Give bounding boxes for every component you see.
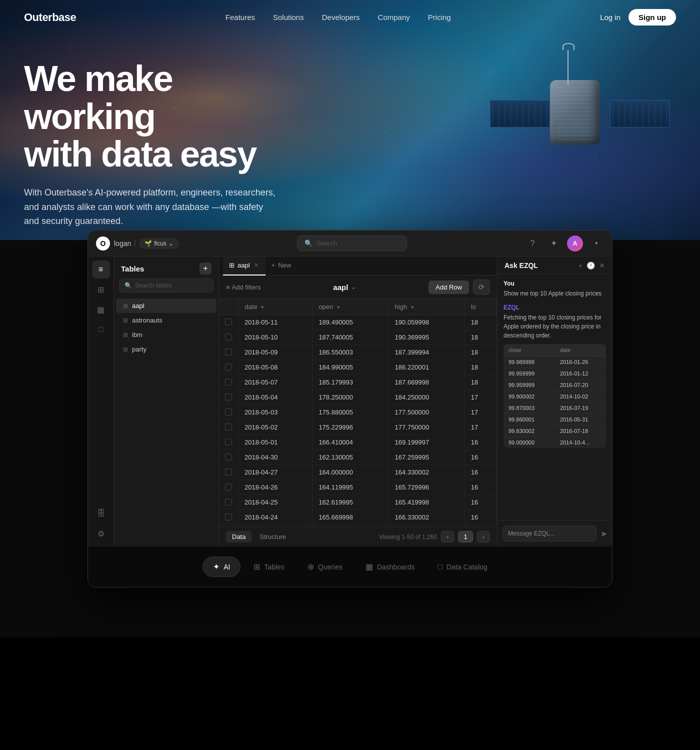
satellite-dish [562, 43, 574, 50]
table-cell: 18 [464, 330, 496, 345]
table-row: 2018-05-09186.550003187.39999418 [219, 345, 497, 360]
tables-title: Tables [121, 264, 144, 273]
row-checkbox[interactable] [225, 348, 232, 356]
table-row: 2018-04-24165.669998166.33000216 [219, 510, 497, 525]
nav-pricing[interactable]: Pricing [428, 13, 451, 22]
bottom-nav-ai[interactable]: ✦ AI [202, 556, 240, 577]
table-item-name: ibm [132, 331, 142, 338]
tab-close-aapl[interactable]: ✕ [253, 261, 260, 270]
queries-icon: ⊕ [308, 562, 314, 572]
tab-new[interactable]: + New [266, 256, 298, 276]
tab-new-icon: + [272, 262, 276, 269]
table-item-ibm[interactable]: ⊞ ibm [116, 328, 216, 342]
col-header-high[interactable]: high ▾ [388, 299, 464, 315]
sidebar-doc-icon[interactable]: □ [92, 320, 110, 338]
col-header-date[interactable]: date ▾ [238, 299, 312, 315]
ezql-close-button[interactable]: ✕ [599, 262, 605, 270]
table-row: 2018-05-11189.490005190.05999818 [219, 315, 497, 330]
table-cell: 16 [464, 510, 496, 525]
sidebar-grid-icon[interactable]: ⊞ [92, 280, 110, 298]
app-body: ≡ ⊞ ▦ □ 🗄 ⚙ Tables + 🔍 Search tables [88, 256, 612, 546]
sidebar-tables-icon[interactable]: ≡ [92, 260, 110, 278]
row-checkbox[interactable] [225, 424, 232, 430]
table-cell: 187.669998 [388, 375, 464, 390]
row-checkbox-cell [219, 480, 238, 494]
nav-developers[interactable]: Developers [322, 13, 360, 22]
row-checkbox[interactable] [225, 408, 232, 416]
tab-aapl[interactable]: ⊞ aapl ✕ [223, 256, 266, 276]
tab-structure[interactable]: Structure [254, 531, 292, 542]
page-next-button[interactable]: › [477, 531, 490, 542]
ai-sparkle-button[interactable]: ✦ [546, 236, 561, 251]
app-search-bar[interactable]: 🔍 Search [297, 236, 407, 251]
table-cell: 175.880005 [312, 405, 388, 420]
page-prev-button[interactable]: ‹ [441, 531, 454, 542]
ezql-history-button[interactable]: 🕐 [586, 262, 595, 270]
bottom-nav-tables[interactable]: ⊞ Tables [244, 557, 294, 576]
table-cell: 16 [464, 450, 496, 465]
sidebar-settings-icon[interactable]: ⚙ [92, 524, 110, 542]
nav-solutions[interactable]: Solutions [273, 13, 304, 22]
ezql-cell: 2016-05-31 [555, 414, 606, 425]
footer-pagination: Viewing 1-50 of 1,260 ‹ 1 › [379, 531, 490, 542]
tab-data[interactable]: Data [226, 531, 252, 542]
table-cell: 165.419998 [388, 495, 464, 510]
add-row-button[interactable]: Add Row [428, 280, 469, 294]
row-checkbox[interactable] [225, 484, 232, 490]
signup-button[interactable]: Sign up [628, 9, 676, 26]
tables-add-button[interactable]: + [200, 262, 212, 274]
table-item-aapl[interactable]: ⊞ aapl [116, 298, 216, 313]
toolbar-left: ≡ Add filters [226, 284, 260, 291]
row-checkbox[interactable] [225, 334, 232, 340]
col-header-open[interactable]: open ▾ [312, 299, 388, 315]
add-filters-button[interactable]: ≡ Add filters [226, 284, 260, 291]
tables-search-bar[interactable]: 🔍 Search tables [119, 278, 214, 292]
nav-company[interactable]: Company [378, 13, 410, 22]
ezql-result-row: 99.0000002014-10-4... [504, 437, 606, 448]
table-header-row: date ▾ open ▾ high ▾ [219, 299, 497, 315]
help-button[interactable]: ? [525, 236, 540, 251]
catalog-icon: □ [438, 562, 442, 572]
tables-panel: Tables + 🔍 Search tables ⊞ aapl ⊞ astron… [114, 256, 219, 546]
table-item-party[interactable]: ⊞ party [116, 342, 216, 356]
data-table-footer: Data Structure Viewing 1-50 of 1,260 ‹ 1… [219, 526, 497, 546]
user-label: You [504, 280, 606, 287]
table-item-astronauts[interactable]: ⊞ astronauts [116, 313, 216, 328]
row-checkbox[interactable] [225, 394, 232, 400]
sort-icon: ▾ [337, 304, 340, 310]
row-checkbox[interactable] [225, 498, 232, 506]
ezql-add-button[interactable]: + [578, 262, 582, 270]
row-checkbox-cell [219, 345, 238, 360]
row-checkbox-cell [219, 330, 238, 344]
ezql-input-placeholder[interactable]: Message EZQL... [502, 526, 596, 542]
row-checkbox[interactable] [225, 378, 232, 386]
login-button[interactable]: Log in [600, 13, 620, 22]
refresh-button[interactable]: ⟳ [473, 280, 490, 294]
footer-tabs: Data Structure [226, 531, 292, 542]
row-checkbox[interactable] [225, 318, 232, 326]
nav-features[interactable]: Features [226, 13, 255, 22]
row-checkbox[interactable] [225, 514, 232, 520]
bottom-nav-queries[interactable]: ⊕ Queries [298, 557, 352, 576]
table-cell: 18 [464, 315, 496, 330]
bottom-nav-dashboards[interactable]: ▦ Dashboards [356, 557, 425, 576]
sidebar-chart-icon[interactable]: ▦ [92, 300, 110, 318]
sidebar-db-icon[interactable]: 🗄 [92, 504, 110, 522]
row-checkbox[interactable] [225, 454, 232, 460]
ezql-cell: 99.959999 [504, 380, 555, 390]
row-checkbox[interactable] [225, 438, 232, 446]
bottom-nav-catalog[interactable]: □ Data Catalog [428, 558, 497, 576]
ezql-send-button[interactable]: ➤ [600, 529, 607, 538]
user-avatar[interactable]: A [567, 236, 583, 252]
row-checkbox[interactable] [225, 468, 232, 476]
user-menu-button[interactable]: ▾ [589, 236, 604, 251]
table-cell: 2018-05-09 [238, 345, 312, 360]
row-checkbox-cell [219, 405, 238, 420]
col-header-lo[interactable]: lo [464, 299, 496, 315]
ezql-header: Ask EZQL + 🕐 ✕ [498, 256, 612, 274]
table-cell: 162.619995 [312, 495, 388, 510]
row-checkbox-cell [219, 420, 238, 434]
row-checkbox[interactable] [225, 364, 232, 370]
ezql-cell: 99.000000 [504, 437, 555, 448]
table-name-chevron[interactable]: ⌄ [351, 284, 356, 290]
